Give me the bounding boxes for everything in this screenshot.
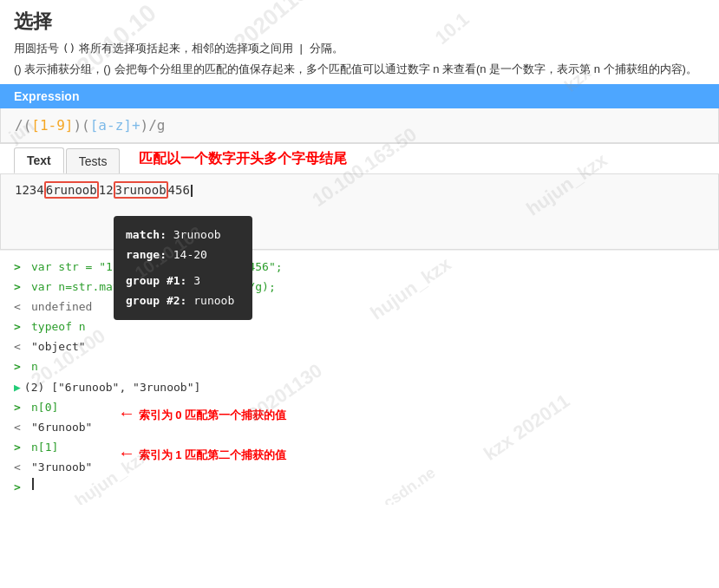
console-code-4: typeof n (31, 317, 86, 336)
prompt-8: > (14, 398, 26, 417)
tab-description: 匹配以一个数字开头多个字母结尾 (139, 150, 347, 168)
console-line-10: > n[1] ← 索引为 1 匹配第二个捕获的值 (14, 438, 705, 457)
tab-tests[interactable]: Tests (66, 148, 121, 173)
prompt-3: < (14, 297, 26, 317)
tooltip-match: match: 3runoob (126, 225, 240, 245)
tooltip-match-value: 3runoob (173, 228, 221, 241)
match-highlight-2: 3runoob (114, 181, 168, 199)
tooltip-group2-value: runoob (193, 294, 234, 307)
prompt-5: < (14, 337, 26, 356)
tooltip-box: match: 3runoob range: 14-20 group #1: 3 … (114, 216, 252, 320)
expr-paren-open1: ( (23, 117, 32, 134)
tooltip-range-label: range: (126, 248, 167, 261)
text-cursor (191, 185, 193, 197)
prompt-6: > (14, 357, 26, 376)
console-line-5: < "object" (14, 337, 705, 356)
prompt-11: < (14, 458, 26, 477)
console-line-4: > typeof n (14, 317, 705, 336)
tooltip-range-value: 14-20 (173, 248, 207, 261)
match-highlight-1: 6runoob (44, 181, 99, 199)
tooltip-group1-label: group #1: (126, 274, 186, 287)
description-1: 用圆括号 () 将所有选择项括起来，相邻的选择项之间用 | 分隔。 (14, 40, 705, 57)
prompt-2: > (14, 278, 26, 297)
console-line-6: > n (14, 357, 705, 376)
console-line-11: < "3runoob" (14, 458, 705, 477)
console-output-5: "object" (31, 337, 86, 356)
tooltip-match-label: match: (126, 228, 167, 241)
console-section: > var str = "123456runoob123runoob456"; … (0, 250, 719, 505)
console-output-11: "3runoob" (31, 458, 92, 477)
expr-paren-close1: ) (73, 117, 82, 134)
page-title: 选择 (14, 9, 705, 35)
text-before-match1: 1234 (15, 183, 44, 197)
expr-flag: g (157, 117, 166, 134)
array-expand-icon: ▶ (14, 378, 21, 397)
tooltip-group2: group #2: runoob (126, 291, 240, 310)
expression-area: /([1-9])([a-z]+)/g (0, 108, 719, 143)
expression-header: Expression (0, 84, 719, 108)
console-array-output: (2) ["6runoob", "3runoob"] (24, 378, 201, 397)
text-input-area: 12346runoob123runoob456 match: 3runoob r… (0, 174, 719, 250)
console-code-6: n (31, 357, 38, 376)
prompt-4: > (14, 317, 26, 336)
description-2: () 表示捕获分组，() 会把每个分组里的匹配的值保存起来，多个匹配值可以通过数… (14, 61, 705, 78)
tab-text[interactable]: Text (14, 147, 64, 173)
console-line-12: > (14, 478, 705, 497)
prompt-12: > (14, 478, 26, 497)
tooltip-group1-value: 3 (193, 274, 200, 287)
console-line-8: > n[0] ← 索引为 0 匹配第一个捕获的值 (14, 398, 705, 417)
prompt-1: > (14, 258, 26, 277)
tooltip-group1: group #1: 3 (126, 271, 240, 291)
text-content: 12346runoob123runoob456 (15, 183, 704, 197)
expr-slash-close: / (148, 117, 157, 134)
console-code-8: n[0] (31, 398, 58, 417)
expr-letter-range: [a-z]+ (90, 117, 141, 134)
console-code-10: n[1] (31, 438, 58, 457)
tooltip-range: range: 14-20 (126, 245, 240, 265)
console-output-3: undefined (31, 297, 92, 317)
expr-slash-open: / (15, 117, 23, 134)
text-between: 12 (99, 183, 114, 197)
expr-paren-open2: ( (82, 117, 90, 134)
text-after-match2: 456 (168, 183, 190, 197)
prompt-10: > (14, 438, 26, 457)
page-container: 20.10.10 20201130 10.1 kzx jun 10.100.16… (0, 0, 719, 505)
tooltip-group2-label: group #2: (126, 294, 186, 307)
console-output-9: "6runoob" (31, 418, 92, 437)
expr-bracket-1: [1-9] (31, 117, 73, 134)
expr-paren-close2: ) (141, 117, 149, 134)
console-cursor (32, 478, 34, 490)
tabs-bar: Text Tests 匹配以一个数字开头多个字母结尾 (0, 143, 719, 174)
prompt-9: < (14, 418, 26, 437)
console-line-7: ▶ (2) ["6runoob", "3runoob"] (14, 378, 705, 397)
top-section: 选择 用圆括号 () 将所有选择项括起来，相邻的选择项之间用 | 分隔。 () … (0, 0, 719, 84)
console-line-9: < "6runoob" (14, 418, 705, 437)
